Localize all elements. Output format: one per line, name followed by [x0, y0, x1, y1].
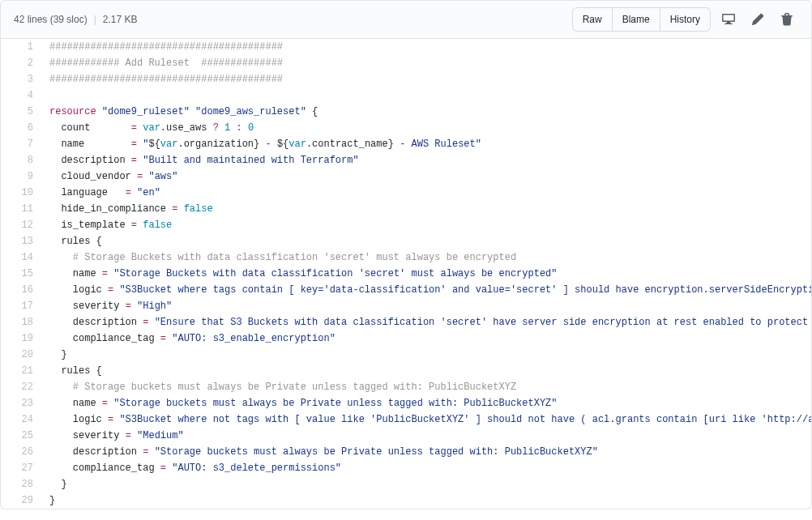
desktop-icon[interactable]	[717, 8, 740, 31]
line-count: 42 lines (39 sloc)	[14, 14, 88, 25]
line-number[interactable]: 5	[1, 104, 41, 120]
line-number[interactable]: 26	[1, 444, 41, 460]
code-token	[131, 300, 137, 312]
line-content: name = "Storage Buckets with data classi…	[41, 266, 812, 282]
line-number[interactable]: 29	[1, 492, 41, 509]
code-token: "aws"	[148, 171, 177, 182]
code-token: ############ Add Ruleset ##############	[49, 58, 283, 69]
code-token: "AUTO: s3_delete_permissions"	[172, 462, 341, 474]
code-row: 10 language = "en"	[1, 185, 812, 201]
code-row: 21 rules {	[1, 363, 812, 379]
edit-icon[interactable]	[746, 8, 769, 31]
code-row: 25 severity = "Medium"	[1, 428, 812, 444]
line-content: logic = "S3Bucket where tags contain [ k…	[41, 282, 812, 298]
line-number[interactable]: 21	[1, 363, 41, 379]
line-number[interactable]: 3	[1, 71, 41, 87]
code-row: 11 hide_in_compliance = false	[1, 201, 812, 217]
line-number[interactable]: 4	[1, 87, 41, 104]
code-row: 22 # Storage buckets must always be Priv…	[1, 379, 812, 395]
code-row: 12 is_template = false	[1, 217, 812, 233]
code-token: =	[126, 187, 131, 198]
code-row: 9 cloud_vendor = "aws"	[1, 168, 812, 185]
code-token: }	[49, 479, 67, 490]
line-number[interactable]: 18	[1, 314, 41, 330]
code-token: # Storage Buckets with data classificati…	[49, 252, 516, 263]
code-token: "Medium"	[137, 430, 184, 441]
trash-icon[interactable]	[776, 8, 798, 31]
code-token: hide_in_compliance	[49, 203, 172, 215]
code-token: cloud_vendor	[49, 171, 137, 182]
line-number[interactable]: 14	[1, 249, 41, 266]
line-number[interactable]: 10	[1, 185, 41, 201]
line-number[interactable]: 1	[1, 39, 41, 55]
code-token: =	[131, 220, 137, 231]
line-content: compliance_tag = "AUTO: s3_enable_encryp…	[41, 330, 812, 347]
code-row: 24 logic = "S3Bucket where not tags with…	[1, 411, 812, 428]
code-token: - AWS Ruleset"	[394, 139, 481, 150]
line-number[interactable]: 15	[1, 266, 41, 282]
code-token: logic	[49, 414, 108, 425]
code-token: }	[49, 495, 55, 506]
code-token	[177, 203, 183, 215]
line-number[interactable]: 25	[1, 428, 41, 444]
button-group: Raw Blame History	[572, 7, 711, 32]
code-token	[131, 430, 137, 441]
line-number[interactable]: 9	[1, 168, 41, 185]
line-number[interactable]: 23	[1, 395, 41, 411]
line-number[interactable]: 16	[1, 282, 41, 298]
line-number[interactable]: 22	[1, 379, 41, 395]
line-number[interactable]: 20	[1, 347, 41, 363]
code-body: 1#######################################…	[0, 39, 812, 509]
history-button[interactable]: History	[660, 7, 711, 32]
line-content: language = "en"	[41, 185, 812, 201]
code-row: 14 # Storage Buckets with data classific…	[1, 249, 812, 266]
code-token: "Ensure that S3 Buckets with data classi…	[155, 317, 812, 328]
line-number[interactable]: 8	[1, 152, 41, 168]
code-token: "S3Bucket where tags contain [ key='data…	[119, 284, 812, 296]
code-token: :	[236, 122, 241, 134]
code-token: var	[160, 139, 178, 150]
code-token: compliance_tag	[49, 333, 160, 344]
code-row: 6 count = var.use_aws ? 1 : 0	[1, 120, 812, 136]
line-content: name = "Storage buckets must always be P…	[41, 395, 812, 411]
line-content: hide_in_compliance = false	[41, 201, 812, 217]
line-number[interactable]: 28	[1, 476, 41, 492]
code-token: name	[49, 139, 131, 150]
file-header: 42 lines (39 sloc) | 2.17 KB Raw Blame H…	[0, 0, 812, 39]
code-token: language	[49, 187, 126, 198]
line-content: compliance_tag = "AUTO: s3_delete_permis…	[41, 460, 812, 476]
code-token: =	[102, 398, 108, 409]
code-token: "Storage buckets must always be Private …	[155, 446, 598, 458]
line-number[interactable]: 6	[1, 120, 41, 136]
line-number[interactable]: 24	[1, 411, 41, 428]
line-number[interactable]: 13	[1, 233, 41, 249]
line-content: }	[41, 347, 812, 363]
line-number[interactable]: 7	[1, 136, 41, 152]
code-token: ?	[213, 122, 219, 134]
code-token: description	[49, 446, 143, 458]
code-token: =	[131, 122, 137, 134]
line-number[interactable]: 2	[1, 55, 41, 71]
code-token: ${	[277, 139, 288, 150]
line-number[interactable]: 12	[1, 217, 41, 233]
code-token: false	[184, 203, 213, 215]
code-token: description	[49, 317, 143, 328]
line-content: is_template = false	[41, 217, 812, 233]
line-number[interactable]: 17	[1, 298, 41, 314]
code-token: 0	[248, 122, 254, 134]
line-number[interactable]: 19	[1, 330, 41, 347]
line-content: # Storage Buckets with data classificati…	[41, 249, 812, 266]
line-number[interactable]: 27	[1, 460, 41, 476]
raw-button[interactable]: Raw	[572, 7, 613, 32]
code-row: 16 logic = "S3Bucket where tags contain …	[1, 282, 812, 298]
code-row: 26 description = "Storage buckets must a…	[1, 444, 812, 460]
blame-button[interactable]: Blame	[613, 7, 660, 32]
line-number[interactable]: 11	[1, 201, 41, 217]
code-row: 2############ Add Ruleset ##############	[1, 55, 812, 71]
code-row: 18 description = "Ensure that S3 Buckets…	[1, 314, 812, 330]
code-token: var	[288, 139, 306, 150]
code-token: "Built and maintained with Terraform"	[143, 155, 358, 166]
code-row: 28 }	[1, 476, 812, 492]
line-content: rules {	[41, 233, 812, 249]
code-token: "Storage Buckets with data classificatio…	[113, 268, 557, 279]
